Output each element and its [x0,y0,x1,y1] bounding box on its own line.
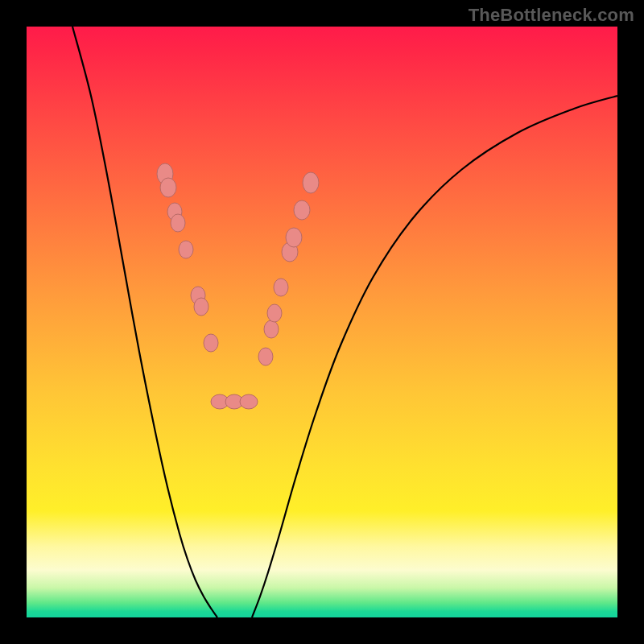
data-marker [204,334,218,352]
data-marker [194,298,208,316]
watermark-text: TheBottleneck.com [469,5,634,26]
curve-left-curve [72,27,217,617]
curve-overlay [27,27,617,617]
data-marker [267,304,282,322]
data-marker [240,394,258,409]
data-marker [294,200,310,220]
data-marker [258,348,273,365]
data-marker [179,241,193,258]
data-marker [303,172,319,193]
data-marker [274,279,288,296]
data-marker [286,228,302,247]
data-marker [160,178,176,197]
chart-frame: TheBottleneck.com [0,0,644,644]
plot-area [27,27,617,617]
data-marker [264,320,279,338]
data-marker [171,214,185,232]
